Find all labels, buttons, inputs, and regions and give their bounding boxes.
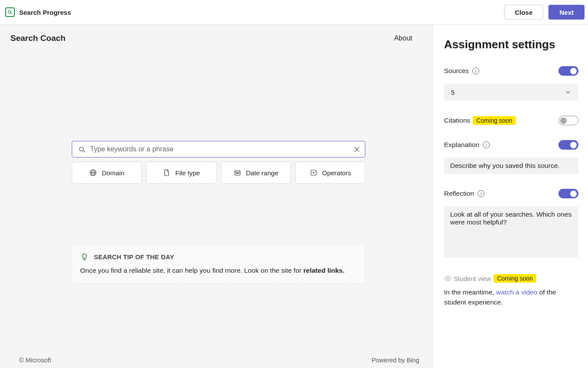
search-icon	[78, 146, 86, 153]
powered-by: Powered by Bing	[371, 357, 419, 364]
page-title: Search Coach	[10, 33, 66, 43]
settings-title: Assignment settings	[444, 38, 578, 51]
svg-point-0	[8, 10, 11, 13]
settings-sidebar: Assignment settings Sources i 5 Citation…	[432, 25, 588, 368]
tip-body: Once you find a reliable site, it can he…	[80, 267, 357, 274]
filter-domain-label: Domain	[102, 169, 124, 177]
reflection-label: Reflection	[444, 190, 474, 197]
coming-soon-badge: Coming soon	[473, 116, 516, 125]
search-input[interactable]	[90, 145, 353, 153]
chevron-down-icon	[565, 89, 571, 96]
search-box[interactable]	[72, 141, 365, 157]
next-button[interactable]: Next	[548, 5, 585, 20]
filter-date-range-label: Date range	[246, 169, 278, 177]
sources-value: 5	[451, 89, 454, 96]
svg-point-12	[237, 173, 237, 174]
filter-date-range[interactable]: Date range	[221, 162, 291, 184]
calendar-icon	[234, 169, 241, 177]
svg-point-11	[236, 173, 237, 174]
search-tip-box: SEARCH TIP OF THE DAY Once you find a re…	[72, 244, 365, 284]
info-icon[interactable]: i	[478, 190, 484, 197]
filter-file-type[interactable]: File type	[146, 162, 216, 184]
filter-operators[interactable]: Operators	[295, 162, 365, 184]
about-link[interactable]: About	[394, 34, 412, 42]
eye-icon	[444, 274, 452, 282]
citations-toggle	[558, 116, 578, 125]
top-bar: Search Progress Close Next	[0, 0, 588, 25]
svg-point-13	[238, 173, 238, 174]
reflection-toggle[interactable]	[558, 189, 578, 198]
explanation-toggle[interactable]	[558, 140, 578, 150]
explanation-input[interactable]: Describe why you saved this source.	[444, 157, 578, 174]
svg-line-1	[11, 13, 12, 14]
reflection-textarea[interactable]: Look at all of your searches. Which ones…	[444, 206, 578, 258]
student-view-label: Student view	[454, 275, 491, 282]
filter-domain[interactable]: Domain	[72, 162, 142, 184]
close-button[interactable]: Close	[504, 5, 544, 20]
sources-select[interactable]: 5	[444, 84, 578, 101]
svg-line-3	[83, 151, 85, 152]
sources-toggle[interactable]	[558, 66, 578, 76]
coming-soon-badge: Coming soon	[494, 274, 537, 283]
copyright: © Microsoft	[19, 357, 51, 364]
meantime-text: In the meantime, watch a video of the st…	[444, 287, 578, 308]
lightbulb-icon	[80, 253, 89, 261]
sources-label: Sources	[444, 67, 469, 75]
app-title: Search Progress	[19, 9, 71, 16]
info-icon[interactable]: i	[483, 141, 490, 148]
clear-icon[interactable]	[353, 146, 361, 153]
citations-label: Citations	[444, 117, 470, 124]
main-panel: Search Coach About Domain File type	[0, 25, 432, 368]
globe-icon	[89, 169, 97, 177]
svg-point-2	[80, 147, 84, 151]
filter-operators-label: Operators	[322, 169, 351, 177]
filter-file-type-label: File type	[175, 169, 200, 177]
watch-video-link[interactable]: watch a video	[496, 288, 538, 296]
tip-title: SEARCH TIP OF THE DAY	[94, 254, 174, 261]
file-icon	[163, 169, 170, 177]
app-icon	[5, 7, 15, 17]
footer: © Microsoft Powered by Bing	[0, 357, 432, 364]
info-icon[interactable]: i	[472, 67, 479, 74]
svg-point-17	[447, 278, 449, 280]
plus-box-icon	[310, 169, 317, 177]
explanation-label: Explanation	[444, 141, 479, 149]
